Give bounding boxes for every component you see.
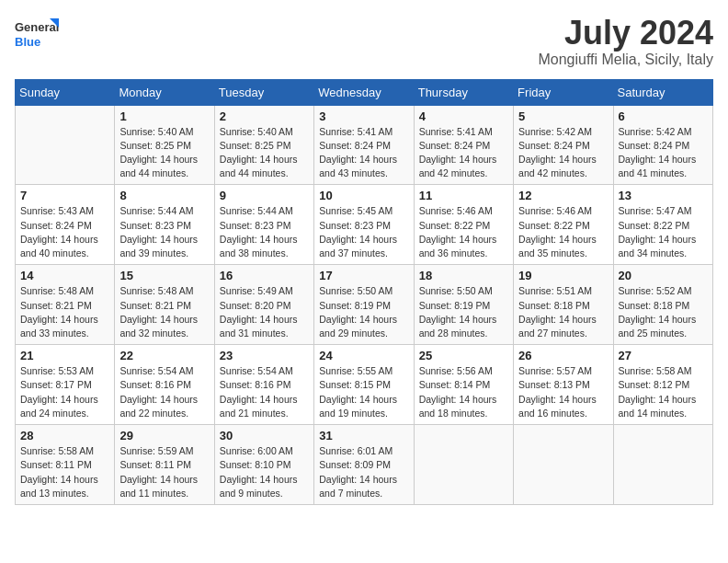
day-number: 24 bbox=[319, 349, 408, 362]
col-thursday: Thursday bbox=[414, 79, 513, 105]
week-row-4: 21 Sunrise: 5:53 AMSunset: 8:17 PMDaylig… bbox=[16, 345, 713, 425]
week-row-2: 7 Sunrise: 5:43 AMSunset: 8:24 PMDayligh… bbox=[16, 185, 713, 265]
day-cell: 5 Sunrise: 5:42 AMSunset: 8:24 PMDayligh… bbox=[514, 105, 613, 185]
day-number: 30 bbox=[220, 429, 309, 442]
day-info: Sunrise: 5:48 AMSunset: 8:21 PMDaylight:… bbox=[20, 284, 109, 340]
day-number: 23 bbox=[220, 349, 309, 362]
day-number: 25 bbox=[419, 349, 508, 362]
day-info: Sunrise: 5:44 AMSunset: 8:23 PMDaylight:… bbox=[220, 204, 309, 260]
week-row-3: 14 Sunrise: 5:48 AMSunset: 8:21 PMDaylig… bbox=[16, 265, 713, 345]
day-info: Sunrise: 5:58 AMSunset: 8:12 PMDaylight:… bbox=[619, 364, 708, 420]
day-info: Sunrise: 5:54 AMSunset: 8:16 PMDaylight:… bbox=[119, 364, 209, 420]
logo: General Blue bbox=[15, 15, 61, 55]
day-info: Sunrise: 5:52 AMSunset: 8:18 PMDaylight:… bbox=[619, 284, 708, 340]
day-number: 5 bbox=[518, 109, 608, 123]
title-block: July 2024 Mongiuffi Melia, Sicily, Italy bbox=[538, 15, 713, 68]
day-number: 8 bbox=[119, 189, 209, 202]
day-number: 28 bbox=[20, 429, 109, 442]
day-cell: 8 Sunrise: 5:44 AMSunset: 8:23 PMDayligh… bbox=[115, 185, 214, 265]
day-cell: 30 Sunrise: 6:00 AMSunset: 8:10 PMDaylig… bbox=[214, 425, 313, 505]
day-cell: 14 Sunrise: 5:48 AMSunset: 8:21 PMDaylig… bbox=[16, 265, 115, 345]
day-number: 14 bbox=[20, 269, 109, 282]
day-info: Sunrise: 5:47 AMSunset: 8:22 PMDaylight:… bbox=[619, 204, 708, 260]
day-number: 3 bbox=[319, 109, 408, 123]
day-info: Sunrise: 5:53 AMSunset: 8:17 PMDaylight:… bbox=[20, 364, 109, 420]
day-cell: 1 Sunrise: 5:40 AMSunset: 8:25 PMDayligh… bbox=[115, 105, 214, 185]
day-cell: 23 Sunrise: 5:54 AMSunset: 8:16 PMDaylig… bbox=[214, 345, 313, 425]
col-sunday: Sunday bbox=[16, 79, 115, 105]
day-cell: 3 Sunrise: 5:41 AMSunset: 8:24 PMDayligh… bbox=[314, 105, 414, 185]
day-cell: 16 Sunrise: 5:49 AMSunset: 8:20 PMDaylig… bbox=[214, 265, 313, 345]
day-number: 13 bbox=[619, 189, 708, 202]
day-number: 17 bbox=[319, 269, 408, 282]
day-info: Sunrise: 5:50 AMSunset: 8:19 PMDaylight:… bbox=[319, 284, 408, 340]
day-number: 29 bbox=[119, 429, 209, 442]
day-info: Sunrise: 6:00 AMSunset: 8:10 PMDaylight:… bbox=[220, 444, 309, 500]
col-wednesday: Wednesday bbox=[314, 79, 414, 105]
day-cell: 24 Sunrise: 5:55 AMSunset: 8:15 PMDaylig… bbox=[314, 345, 414, 425]
day-number: 22 bbox=[119, 349, 209, 362]
day-info: Sunrise: 5:58 AMSunset: 8:11 PMDaylight:… bbox=[20, 444, 109, 500]
day-cell: 22 Sunrise: 5:54 AMSunset: 8:16 PMDaylig… bbox=[115, 345, 214, 425]
day-cell: 6 Sunrise: 5:42 AMSunset: 8:24 PMDayligh… bbox=[613, 105, 712, 185]
day-info: Sunrise: 5:42 AMSunset: 8:24 PMDaylight:… bbox=[619, 125, 708, 181]
day-cell: 26 Sunrise: 5:57 AMSunset: 8:13 PMDaylig… bbox=[514, 345, 613, 425]
svg-text:General: General bbox=[15, 20, 59, 34]
day-info: Sunrise: 5:55 AMSunset: 8:15 PMDaylight:… bbox=[319, 364, 408, 420]
day-cell: 25 Sunrise: 5:56 AMSunset: 8:14 PMDaylig… bbox=[414, 345, 513, 425]
day-cell bbox=[414, 425, 513, 505]
day-info: Sunrise: 5:45 AMSunset: 8:23 PMDaylight:… bbox=[319, 204, 408, 260]
day-cell: 19 Sunrise: 5:51 AMSunset: 8:18 PMDaylig… bbox=[514, 265, 613, 345]
day-cell: 9 Sunrise: 5:44 AMSunset: 8:23 PMDayligh… bbox=[214, 185, 313, 265]
day-info: Sunrise: 5:40 AMSunset: 8:25 PMDaylight:… bbox=[220, 125, 309, 181]
day-info: Sunrise: 5:57 AMSunset: 8:13 PMDaylight:… bbox=[518, 364, 608, 420]
month-title: July 2024 bbox=[538, 15, 713, 52]
day-info: Sunrise: 5:46 AMSunset: 8:22 PMDaylight:… bbox=[518, 204, 608, 260]
day-number: 4 bbox=[419, 109, 508, 123]
day-number: 6 bbox=[619, 109, 708, 123]
day-cell: 11 Sunrise: 5:46 AMSunset: 8:22 PMDaylig… bbox=[414, 185, 513, 265]
day-info: Sunrise: 5:42 AMSunset: 8:24 PMDaylight:… bbox=[518, 125, 608, 181]
day-number: 1 bbox=[119, 109, 209, 123]
day-cell: 29 Sunrise: 5:59 AMSunset: 8:11 PMDaylig… bbox=[115, 425, 214, 505]
day-number: 15 bbox=[119, 269, 209, 282]
day-info: Sunrise: 5:40 AMSunset: 8:25 PMDaylight:… bbox=[119, 125, 209, 181]
day-number: 19 bbox=[518, 269, 608, 282]
svg-text:Blue: Blue bbox=[15, 35, 40, 49]
calendar-table: Sunday Monday Tuesday Wednesday Thursday… bbox=[15, 79, 713, 505]
day-info: Sunrise: 5:48 AMSunset: 8:21 PMDaylight:… bbox=[119, 284, 209, 340]
day-cell: 15 Sunrise: 5:48 AMSunset: 8:21 PMDaylig… bbox=[115, 265, 214, 345]
day-number: 16 bbox=[220, 269, 309, 282]
day-cell: 4 Sunrise: 5:41 AMSunset: 8:24 PMDayligh… bbox=[414, 105, 513, 185]
day-info: Sunrise: 5:50 AMSunset: 8:19 PMDaylight:… bbox=[419, 284, 508, 340]
day-info: Sunrise: 5:54 AMSunset: 8:16 PMDaylight:… bbox=[220, 364, 309, 420]
day-cell: 10 Sunrise: 5:45 AMSunset: 8:23 PMDaylig… bbox=[314, 185, 414, 265]
day-number: 12 bbox=[518, 189, 608, 202]
day-number: 2 bbox=[220, 109, 309, 123]
day-number: 7 bbox=[20, 189, 109, 202]
day-info: Sunrise: 5:41 AMSunset: 8:24 PMDaylight:… bbox=[319, 125, 408, 181]
day-number: 26 bbox=[518, 349, 608, 362]
day-number: 27 bbox=[619, 349, 708, 362]
day-info: Sunrise: 5:41 AMSunset: 8:24 PMDaylight:… bbox=[419, 125, 508, 181]
day-info: Sunrise: 5:46 AMSunset: 8:22 PMDaylight:… bbox=[419, 204, 508, 260]
day-cell: 13 Sunrise: 5:47 AMSunset: 8:22 PMDaylig… bbox=[613, 185, 712, 265]
day-info: Sunrise: 6:01 AMSunset: 8:09 PMDaylight:… bbox=[319, 444, 408, 500]
day-number: 20 bbox=[619, 269, 708, 282]
day-cell bbox=[613, 425, 712, 505]
day-cell: 31 Sunrise: 6:01 AMSunset: 8:09 PMDaylig… bbox=[314, 425, 414, 505]
day-number: 21 bbox=[20, 349, 109, 362]
day-number: 11 bbox=[419, 189, 508, 202]
logo-svg: General Blue bbox=[15, 15, 61, 55]
col-saturday: Saturday bbox=[613, 79, 712, 105]
day-cell bbox=[514, 425, 613, 505]
week-row-1: 1 Sunrise: 5:40 AMSunset: 8:25 PMDayligh… bbox=[16, 105, 713, 185]
day-info: Sunrise: 5:56 AMSunset: 8:14 PMDaylight:… bbox=[419, 364, 508, 420]
week-row-5: 28 Sunrise: 5:58 AMSunset: 8:11 PMDaylig… bbox=[16, 425, 713, 505]
day-cell: 7 Sunrise: 5:43 AMSunset: 8:24 PMDayligh… bbox=[16, 185, 115, 265]
header-row: Sunday Monday Tuesday Wednesday Thursday… bbox=[16, 79, 713, 105]
day-cell bbox=[16, 105, 115, 185]
day-number: 31 bbox=[319, 429, 408, 442]
col-friday: Friday bbox=[514, 79, 613, 105]
day-info: Sunrise: 5:49 AMSunset: 8:20 PMDaylight:… bbox=[220, 284, 309, 340]
